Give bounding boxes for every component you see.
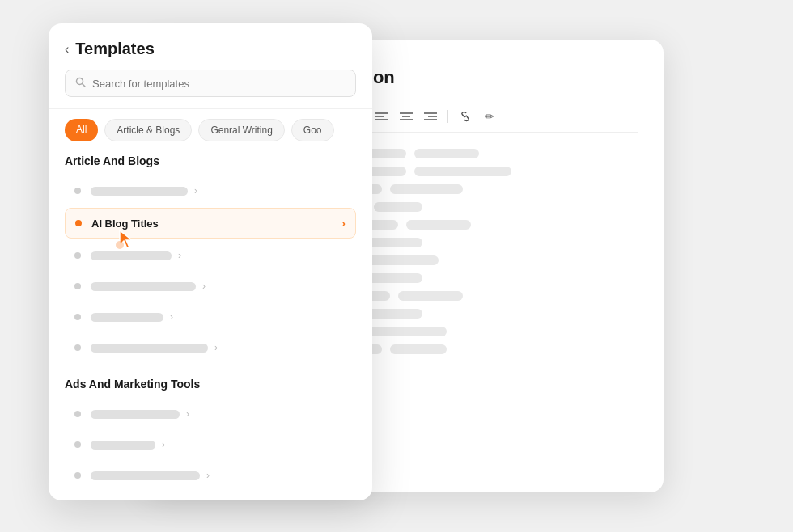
panel-body: Article And Blogs › AI Blog Titles ›	[49, 141, 372, 500]
item-label-bar	[91, 471, 200, 480]
panel-title: Templates	[75, 40, 154, 58]
section-title-article-blogs: Article And Blogs	[65, 154, 356, 167]
chevron-right-icon: ›	[194, 185, 197, 196]
list-item-ai-blog-titles[interactable]: AI Blog Titles ›	[65, 208, 356, 239]
bullet-icon	[74, 411, 81, 417]
panel-header: ‹ Templates	[49, 23, 372, 109]
tab-goo[interactable]: Goo	[291, 119, 334, 141]
item-label-bar	[91, 251, 172, 260]
bullet-icon	[74, 314, 81, 320]
templates-panel: ‹ Templates All Article & Blogs Genral W…	[49, 23, 372, 500]
search-input[interactable]	[92, 78, 346, 90]
cursor-decoration	[115, 227, 139, 251]
chevron-right-icon: ›	[178, 250, 181, 261]
bullet-icon	[74, 441, 81, 448]
bullet-icon	[74, 283, 81, 289]
align-center-icon[interactable]	[397, 108, 415, 125]
chevron-right-icon: ›	[170, 311, 173, 323]
tabs-row: All Article & Blogs Genral Writing Goo	[49, 109, 372, 141]
back-button[interactable]: ‹	[65, 42, 69, 57]
section-title-ads-marketing: Ads And Marketing Tools	[65, 378, 356, 391]
item-label-bar	[91, 187, 188, 196]
tab-general-writing[interactable]: Genral Writing	[198, 119, 284, 141]
search-box[interactable]	[65, 70, 356, 97]
list-item[interactable]: ›	[65, 400, 356, 428]
search-icon	[75, 77, 86, 90]
item-label-bar	[91, 441, 155, 450]
list-item[interactable]: ›	[65, 242, 356, 269]
list-item[interactable]: ›	[65, 303, 356, 331]
chevron-right-icon: ›	[202, 281, 206, 292]
list-item[interactable]: ›	[65, 334, 356, 361]
align-left-icon[interactable]	[373, 108, 391, 125]
bullet-icon	[74, 344, 81, 351]
tab-all[interactable]: All	[65, 119, 98, 141]
list-item[interactable]: ›	[65, 272, 356, 300]
panel-title-row: ‹ Templates	[65, 40, 356, 58]
chevron-right-icon: ›	[162, 439, 165, 450]
list-item[interactable]: ›	[65, 177, 356, 205]
bullet-active-icon	[75, 220, 82, 226]
item-label-bar	[91, 410, 180, 419]
bullet-icon	[74, 188, 81, 194]
tab-article-blogs[interactable]: Article & Blogs	[104, 119, 192, 141]
svg-line-23	[83, 84, 86, 87]
section-ads-marketing: Ads And Marketing Tools › › ›	[65, 378, 356, 500]
item-label-bar	[91, 344, 208, 353]
chevron-right-icon: ›	[186, 408, 189, 420]
bullet-icon	[74, 252, 81, 259]
list-item[interactable]: ›	[65, 431, 356, 458]
chevron-right-active-icon: ›	[341, 217, 346, 230]
edit-icon[interactable]: ✏	[481, 108, 498, 125]
svg-line-21	[464, 116, 467, 117]
list-item[interactable]: ›	[65, 492, 356, 500]
svg-point-25	[116, 241, 124, 249]
item-label-bar	[91, 313, 163, 322]
chevron-right-icon: ›	[214, 342, 218, 353]
section-article-blogs: Article And Blogs › AI Blog Titles ›	[65, 154, 356, 361]
bullet-icon	[74, 472, 81, 479]
list-item[interactable]: ›	[65, 462, 356, 489]
toolbar-divider-4	[447, 110, 448, 123]
chevron-right-icon: ›	[206, 470, 210, 481]
link-icon[interactable]	[456, 108, 474, 125]
item-label-bar	[91, 282, 196, 291]
align-right-icon[interactable]	[422, 108, 439, 125]
